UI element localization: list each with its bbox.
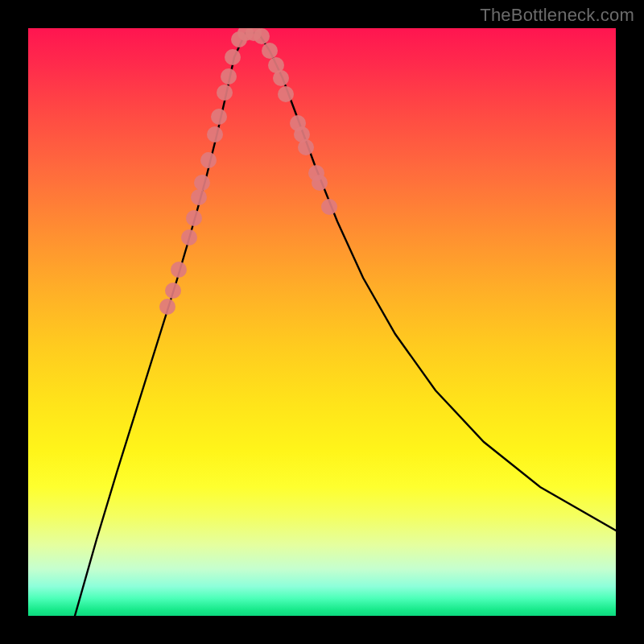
highlight-dot (181, 229, 197, 246)
highlight-dot (159, 299, 175, 315)
highlight-dot (211, 109, 227, 125)
highlight-dot (171, 262, 187, 278)
highlight-dot (298, 139, 314, 155)
bottleneck-curve (75, 33, 616, 616)
highlight-dot (217, 85, 233, 101)
highlight-dot (273, 70, 289, 86)
watermark-text: TheBottleneck.com (480, 5, 634, 26)
highlight-dot (312, 175, 328, 191)
highlight-dot (200, 152, 217, 168)
highlight-dot (225, 49, 241, 65)
curve-layer (28, 28, 616, 616)
highlight-dot (278, 86, 294, 102)
plot-area (28, 28, 616, 616)
highlight-dot (194, 175, 210, 191)
highlight-dot (186, 210, 202, 226)
highlight-dot (321, 199, 337, 215)
highlight-dot (221, 68, 237, 85)
highlight-dot (262, 43, 278, 59)
chart-frame: TheBottleneck.com (0, 0, 644, 644)
highlight-dot (191, 189, 207, 205)
highlight-dot (207, 126, 223, 142)
marker-group (159, 28, 337, 315)
highlight-dot (165, 283, 181, 299)
highlight-dot (254, 28, 270, 44)
